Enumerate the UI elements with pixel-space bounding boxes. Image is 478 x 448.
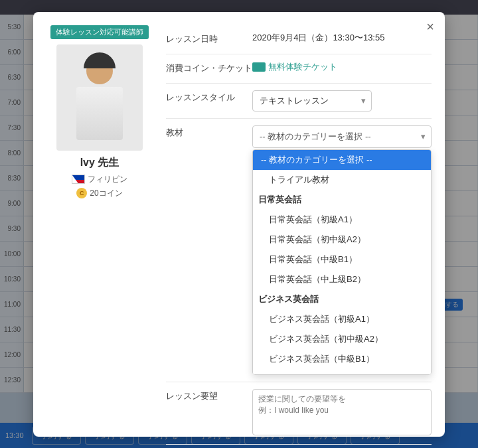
ticket-text: 無料体験チケット bbox=[268, 61, 337, 73]
modal: × 体験レッスン対応可能講師 Ivy 先生 フィリピン bbox=[33, 12, 445, 437]
style-label: レッスンスタイル bbox=[166, 90, 252, 104]
dropdown-option[interactable]: 日常英会話（中級B1） bbox=[253, 250, 431, 269]
ticket-row: 消費コイン・チケット 無料体験チケット bbox=[166, 54, 432, 84]
dropdown-option[interactable]: 日常英会話（中上級B2） bbox=[253, 269, 431, 289]
style-select[interactable]: テキストレッスン bbox=[252, 90, 372, 112]
coins-label: 20コイン bbox=[90, 188, 122, 199]
avatar bbox=[56, 44, 143, 151]
ticket-value: 無料体験チケット bbox=[252, 61, 432, 74]
request-label: レッスン要望 bbox=[166, 389, 252, 402]
dropdown-option[interactable]: -- 教材のカテゴリーを選択 -- bbox=[253, 150, 431, 170]
dropdown-option[interactable]: ビジネス英会話（中上級B2） bbox=[253, 369, 431, 375]
instructor-badge: 体験レッスン対応可能講師 bbox=[50, 25, 149, 39]
dropdown-option[interactable]: 日常英会話（初級A1） bbox=[253, 210, 431, 230]
instructor-name: Ivy 先生 bbox=[80, 156, 120, 170]
dropdown-option[interactable]: ビジネス英会話（初中級A2） bbox=[253, 329, 431, 349]
style-row: レッスンスタイル テキストレッスン bbox=[166, 84, 432, 119]
ticket-badge: 無料体験チケット bbox=[252, 61, 337, 73]
coin-icon: C bbox=[76, 188, 87, 198]
form-panel: レッスン日時 2020年9月4日（金）13:30〜13:55 消費コイン・チケッ… bbox=[166, 25, 432, 449]
modal-overlay: × 体験レッスン対応可能講師 Ivy 先生 フィリピン bbox=[0, 0, 478, 448]
dropdown-list: -- 教材のカテゴリーを選択 --トライアル教材日常英会話日常英会話（初級A1）… bbox=[252, 149, 432, 375]
textbook-value: -- 教材のカテゴリーを選択 -- -- 教材のカテゴリーを選択 --トライアル… bbox=[252, 125, 432, 375]
style-select-value: テキストレッスン bbox=[260, 95, 329, 107]
country-label: フィリピン bbox=[88, 174, 127, 185]
instructor-country: フィリピン bbox=[72, 174, 127, 185]
instructor-coins: C 20コイン bbox=[76, 188, 122, 199]
textbook-dropdown[interactable]: -- 教材のカテゴリーを選択 -- bbox=[252, 125, 432, 148]
style-value: テキストレッスン bbox=[252, 90, 432, 112]
request-textarea[interactable] bbox=[252, 389, 432, 435]
request-row: レッスン要望 bbox=[166, 382, 432, 445]
ticket-label: 消費コイン・チケット bbox=[166, 61, 252, 74]
dropdown-option[interactable]: ビジネス英会話（初級A1） bbox=[253, 309, 431, 329]
dropdown-option[interactable]: 日常英会話（初中級A2） bbox=[253, 230, 431, 250]
close-button[interactable]: × bbox=[426, 20, 434, 33]
dropdown-option[interactable]: ビジネス英会話（中級B1） bbox=[253, 349, 431, 369]
textbook-label: 教材 bbox=[166, 125, 252, 139]
dropdown-option[interactable]: トライアル教材 bbox=[253, 170, 431, 190]
lesson-date-row: レッスン日時 2020年9月4日（金）13:30〜13:55 bbox=[166, 25, 432, 54]
flag-icon bbox=[72, 175, 85, 184]
ticket-icon bbox=[252, 62, 266, 72]
request-value bbox=[252, 389, 432, 437]
lesson-date-value: 2020年9月4日（金）13:30〜13:55 bbox=[252, 32, 432, 44]
textbook-dropdown-label: -- 教材のカテゴリーを選択 -- bbox=[260, 131, 371, 143]
lesson-date-label: レッスン日時 bbox=[166, 32, 252, 45]
dropdown-category: ビジネス英会話 bbox=[253, 289, 431, 309]
textbook-row: 教材 -- 教材のカテゴリーを選択 -- -- 教材のカテゴリーを選択 --トラ… bbox=[166, 119, 432, 382]
instructor-panel: 体験レッスン対応可能講師 Ivy 先生 フィリピン C bbox=[46, 25, 153, 449]
dropdown-category: 日常英会話 bbox=[253, 190, 431, 210]
